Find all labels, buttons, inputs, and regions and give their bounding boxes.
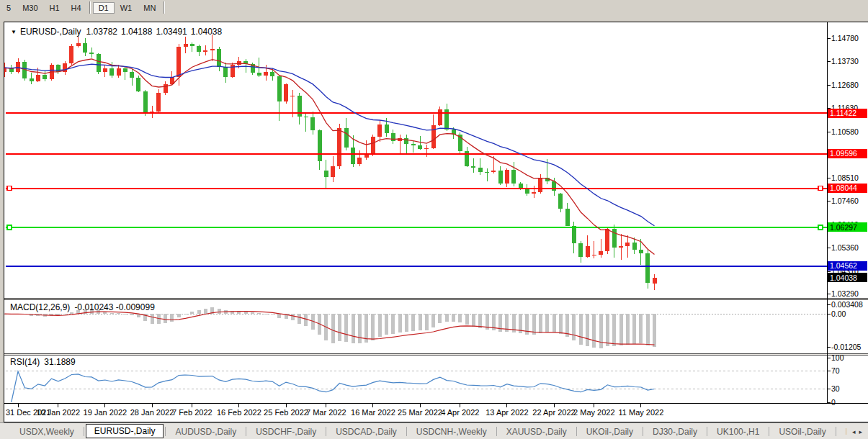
macd-bar — [599, 314, 603, 348]
macd-bar — [632, 314, 636, 344]
macd-bar — [586, 314, 589, 346]
macd-bar — [371, 314, 375, 340]
date-tick-label: 25 Mar 2022 — [398, 408, 442, 417]
date-tick-label: 25 Feb 2022 — [264, 408, 308, 417]
macd-bar — [224, 310, 228, 314]
candle-body — [331, 166, 335, 177]
candle-body — [431, 125, 436, 148]
candle-body — [344, 128, 349, 148]
symbol-collapse-arrow-icon[interactable]: ▼ — [11, 29, 17, 35]
macd-bar — [559, 314, 563, 334]
price-badge-label: 1.04562 — [830, 261, 857, 270]
line-selection-handle[interactable] — [7, 225, 12, 230]
macd-bar — [277, 314, 281, 317]
macd-bar — [218, 309, 221, 314]
ohlc-high-value: 1.04188 — [121, 27, 152, 37]
macd-bar — [653, 314, 656, 346]
timeframe-m30[interactable]: M30 — [17, 2, 43, 14]
price-tick-label: 1.05360 — [831, 243, 859, 252]
macd-name: MACD(12,26,9) — [10, 302, 70, 312]
candle-body — [310, 117, 315, 130]
macd-bar — [545, 314, 549, 332]
tab-audusd-daily[interactable]: AUDUSD-,Daily — [167, 425, 244, 439]
candle-body — [351, 148, 355, 164]
candle-body — [599, 251, 603, 255]
macd-tick-label: 0.003408 — [831, 300, 863, 309]
price-chart-canvas[interactable]: 1.147801.137301.126801.116301.105801.095… — [4, 22, 868, 420]
macd-bar — [257, 313, 261, 314]
chart-window[interactable]: 1.147801.137301.126801.116301.105801.095… — [4, 22, 868, 422]
candle-body — [632, 243, 637, 250]
date-tick-label: 4 Apr 2022 — [441, 408, 479, 417]
tab-usdx-weekly[interactable]: USDX,Weekly — [12, 425, 82, 439]
price-badge-label: 1.09596 — [830, 149, 857, 158]
candle-body — [625, 243, 630, 246]
macd-bar — [117, 313, 120, 314]
timeframe-w1[interactable]: W1 — [115, 2, 138, 14]
candle-body — [270, 72, 274, 76]
macd-bar — [572, 314, 576, 340]
timeframe-h4[interactable]: H4 — [66, 2, 87, 14]
tab-usoil-daily[interactable]: USOil-,Daily — [771, 425, 833, 439]
macd-bar — [639, 314, 643, 343]
macd-indicator-label: MACD(12,26,9)-0.010243 -0.009099 — [10, 302, 155, 312]
candle-body — [109, 68, 114, 76]
macd-bar — [619, 314, 623, 345]
candle-body — [438, 109, 442, 125]
candle-body — [318, 130, 322, 161]
candle-body — [190, 44, 194, 45]
date-tick-label: 22 Apr 2022 — [532, 408, 575, 417]
macd-bar — [110, 313, 114, 314]
macd-signal-line — [4, 312, 654, 345]
tab-dj30-daily[interactable]: DJ30-,Daily — [645, 425, 705, 439]
chart-symbol-title: EURUSD-,Daily — [20, 27, 81, 37]
tab-eurusd-daily[interactable]: EURUSD-,Daily — [86, 424, 164, 438]
tabs-scroll-right-icon[interactable]: ▸ — [859, 428, 862, 435]
price-badge-label: 1.06297 — [830, 223, 857, 232]
timeframe-5[interactable]: 5 — [1, 2, 17, 14]
macd-bar — [431, 314, 435, 327]
tab-hk50-i[interactable]: HK50-,I — [838, 425, 846, 439]
tab-usdcad-daily[interactable]: USDCAD-,Daily — [328, 425, 405, 439]
macd-bar — [606, 314, 609, 346]
moving-average-line-25 — [4, 64, 654, 226]
candle-body — [478, 168, 483, 171]
candle-body — [565, 209, 570, 225]
macd-bar — [458, 314, 462, 322]
tab-ukoil-daily[interactable]: UKOil-,Daily — [578, 425, 641, 439]
macd-bar — [164, 314, 167, 323]
date-tick-label: 7 Feb 2022 — [172, 408, 212, 417]
line-selection-handle[interactable] — [818, 225, 823, 230]
timeframe-mn[interactable]: MN — [138, 2, 161, 14]
candle-body — [277, 76, 282, 101]
macd-bar — [63, 314, 67, 314]
line-selection-handle[interactable] — [818, 186, 823, 191]
tab-usdcnh-weekly[interactable]: USDCNH-,Weekly — [408, 425, 495, 439]
timeframe-d1[interactable]: D1 — [93, 2, 115, 14]
tab-xauusd-daily[interactable]: XAUUSD-,Daily — [498, 425, 575, 439]
candle-body — [371, 137, 375, 155]
macd-bar — [378, 314, 382, 337]
tab-usdchf-daily[interactable]: USDCHF-,Daily — [248, 425, 324, 439]
macd-bar — [177, 314, 181, 317]
rsi-tick-label: 70 — [831, 366, 840, 375]
date-tick-label: 19 Jan 2022 — [84, 408, 127, 417]
candle-body — [498, 171, 503, 184]
line-selection-handle[interactable] — [7, 186, 12, 191]
candle-body — [264, 72, 268, 76]
tab-separator — [836, 427, 836, 436]
tabs-scroll-left-icon[interactable]: ◂ — [852, 428, 856, 435]
price-tick-label: 1.12680 — [831, 81, 859, 89]
candle-body — [592, 255, 596, 255]
candle-body — [136, 78, 140, 91]
timeframe-h1[interactable]: H1 — [44, 2, 66, 14]
candle-body — [156, 93, 161, 112]
tab-separator — [707, 427, 707, 436]
candle-body — [324, 171, 328, 178]
macd-bar — [385, 314, 388, 335]
tab-uk100-h1[interactable]: UK100-,H1 — [709, 425, 767, 439]
macd-bar — [391, 314, 395, 333]
candle-body — [130, 72, 134, 77]
candle-body — [639, 250, 643, 253]
ohlc-close-value: 1.04038 — [191, 27, 222, 37]
